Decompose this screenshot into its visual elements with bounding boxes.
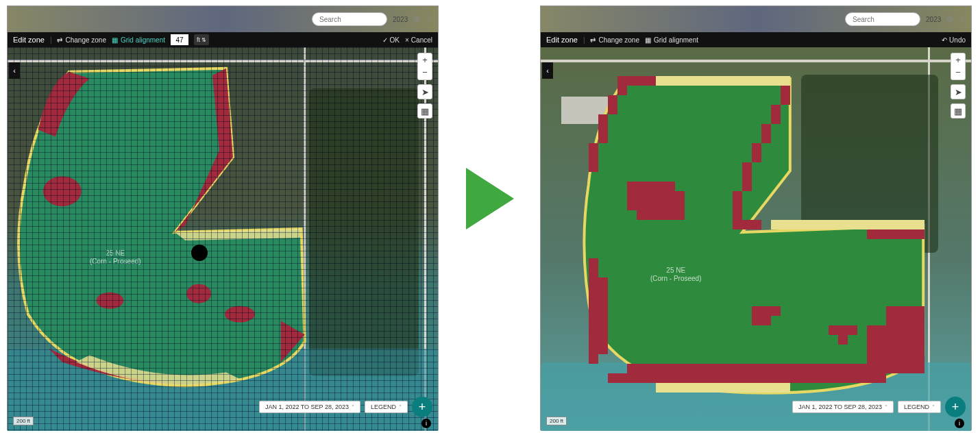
undo-label: Undo bbox=[949, 36, 966, 44]
search-input[interactable] bbox=[312, 12, 387, 26]
chevron-up-icon: ˄ bbox=[352, 404, 354, 410]
scale-value: 200 ft bbox=[546, 417, 567, 425]
zoom-out-icon: − bbox=[422, 66, 428, 79]
add-button[interactable]: + bbox=[945, 397, 966, 417]
grid-icon: ▦ bbox=[112, 36, 118, 44]
scale-bar: 200 ft bbox=[546, 417, 567, 425]
app-header: 2023 ⚙ ? bbox=[541, 6, 971, 32]
back-button[interactable]: ‹ bbox=[9, 62, 20, 79]
attribution-icon[interactable]: i bbox=[955, 419, 964, 428]
change-zone-label: Change zone bbox=[598, 36, 639, 44]
grid-alignment-button[interactable]: ▦ Grid alignment bbox=[645, 36, 698, 44]
scale-bar: 200 ft bbox=[13, 417, 34, 425]
change-zone-button[interactable]: ⇄ Change zone bbox=[590, 36, 639, 44]
date-range-button[interactable]: JAN 1, 2022 TO SEP 28, 2023 ˄ bbox=[259, 401, 360, 413]
edit-zone-toolbar: Edit zone | ⇄ Change zone ▦ Grid alignme… bbox=[541, 32, 971, 47]
toolbar-title: Edit zone bbox=[13, 36, 45, 44]
app-header: 2023 ⚙ ? bbox=[8, 6, 438, 32]
edit-zone-toolbar: Edit zone | ⇄ Change zone ▦ Grid alignme… bbox=[8, 32, 438, 47]
close-icon: × bbox=[405, 36, 409, 44]
legend-label: LEGEND bbox=[371, 403, 396, 410]
date-range-button[interactable]: JAN 1, 2022 TO SEP 28, 2023 ˄ bbox=[792, 401, 894, 413]
year-label: 2023 bbox=[926, 16, 941, 23]
layers-button[interactable]: ▦ bbox=[951, 103, 966, 119]
swap-icon: ⇄ bbox=[590, 36, 596, 44]
locate-button[interactable]: ➤ bbox=[417, 84, 432, 99]
check-icon: ✓ bbox=[382, 36, 388, 44]
grid-alignment-label: Grid alignment bbox=[654, 36, 698, 44]
cancel-label: Cancel bbox=[411, 36, 432, 44]
layers-icon: ▦ bbox=[954, 106, 962, 116]
map-footer-controls: JAN 1, 2022 TO SEP 28, 2023 ˄ LEGEND ˄ + bbox=[259, 397, 432, 417]
app-panel-after: 2023 ⚙ ? Edit zone | ⇄ Change zone ▦ Gri… bbox=[540, 5, 972, 430]
date-range-label: JAN 1, 2022 TO SEP 28, 2023 bbox=[798, 403, 882, 410]
add-button[interactable]: + bbox=[412, 397, 432, 417]
zone-pixel-layer bbox=[541, 47, 971, 431]
help-icon[interactable]: ? bbox=[959, 14, 964, 24]
grid-value-input[interactable] bbox=[171, 34, 188, 45]
toolbar-title: Edit zone bbox=[546, 36, 578, 44]
ok-label: OK bbox=[390, 36, 400, 44]
map-canvas-right[interactable]: 25 NE (Corn - Proseed) ‹ + − ➤ ▦ 200 ft … bbox=[541, 47, 971, 431]
layers-button[interactable]: ▦ bbox=[417, 103, 432, 119]
search-input[interactable] bbox=[845, 12, 920, 26]
layers-icon: ▦ bbox=[421, 106, 429, 116]
scale-value: 200 ft bbox=[13, 417, 34, 425]
swap-icon: ⇄ bbox=[57, 36, 62, 44]
change-zone-button[interactable]: ⇄ Change zone bbox=[57, 36, 106, 44]
zoom-control[interactable]: + − bbox=[951, 53, 966, 80]
change-zone-label: Change zone bbox=[65, 36, 106, 44]
map-footer-controls: JAN 1, 2022 TO SEP 28, 2023 ˄ LEGEND ˄ + bbox=[792, 397, 966, 417]
zoom-in-icon: + bbox=[422, 54, 428, 66]
chevron-up-icon: ˄ bbox=[932, 404, 935, 410]
cancel-button[interactable]: × Cancel bbox=[405, 36, 432, 44]
zoom-out-icon: − bbox=[955, 66, 961, 79]
map-controls: + − ➤ ▦ bbox=[417, 53, 432, 119]
year-label: 2023 bbox=[393, 16, 408, 23]
map-canvas-left[interactable]: 25 NE (Corn - Proseed) ‹ + − ➤ ▦ 200 ft … bbox=[8, 47, 438, 431]
legend-label: LEGEND bbox=[904, 403, 929, 410]
grid-unit-stepper[interactable]: ft ⇅ bbox=[194, 34, 209, 45]
zoom-control[interactable]: + − bbox=[417, 53, 432, 80]
grid-alignment-label: Grid alignment bbox=[121, 36, 165, 44]
back-button[interactable]: ‹ bbox=[542, 62, 553, 79]
grid-overlay bbox=[8, 47, 438, 431]
app-panel-before: 2023 ⚙ ? Edit zone | ⇄ Change zone ▦ Gri… bbox=[7, 5, 439, 430]
date-range-label: JAN 1, 2022 TO SEP 28, 2023 bbox=[265, 403, 349, 410]
zoom-in-icon: + bbox=[955, 54, 961, 66]
legend-button[interactable]: LEGEND ˄ bbox=[365, 401, 408, 413]
transition-arrow-icon bbox=[466, 168, 514, 229]
legend-button[interactable]: LEGEND ˄ bbox=[898, 401, 941, 413]
grid-icon: ▦ bbox=[645, 36, 651, 44]
undo-button[interactable]: ↶ Undo bbox=[942, 36, 966, 44]
locate-button[interactable]: ➤ bbox=[951, 84, 966, 99]
chevron-up-icon: ˄ bbox=[399, 404, 402, 410]
settings-icon[interactable]: ⚙ bbox=[413, 14, 421, 24]
grid-alignment-button[interactable]: ▦ Grid alignment bbox=[112, 36, 165, 44]
settings-icon[interactable]: ⚙ bbox=[946, 14, 954, 24]
map-controls: + − ➤ ▦ bbox=[951, 53, 966, 119]
attribution-icon[interactable]: i bbox=[421, 419, 431, 428]
grid-unit-label: ft bbox=[197, 36, 200, 43]
locate-icon: ➤ bbox=[955, 87, 962, 97]
help-icon[interactable]: ? bbox=[426, 14, 431, 24]
ok-button[interactable]: ✓ OK bbox=[382, 36, 400, 44]
undo-icon: ↶ bbox=[942, 36, 947, 44]
stepper-icon: ⇅ bbox=[201, 37, 206, 43]
locate-icon: ➤ bbox=[421, 87, 429, 97]
chevron-up-icon: ˄ bbox=[885, 404, 887, 410]
